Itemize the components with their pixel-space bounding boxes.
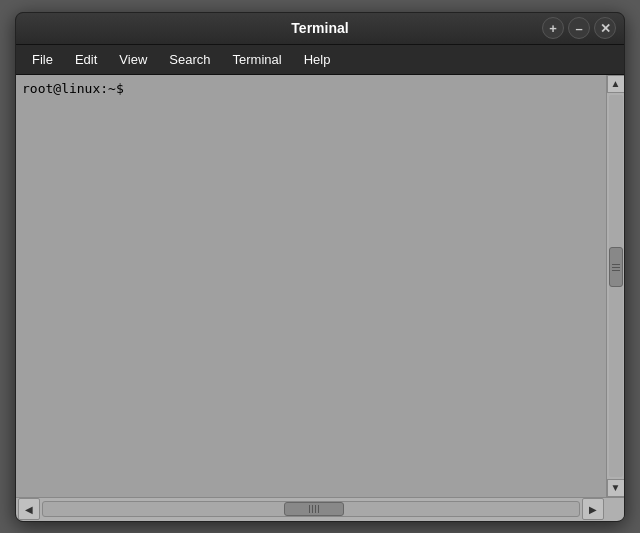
- h-grip-line-1: [309, 505, 310, 513]
- scroll-left-arrow[interactable]: ◀: [18, 498, 40, 520]
- scroll-v-thumb[interactable]: [609, 247, 623, 287]
- h-grip-line-2: [312, 505, 313, 513]
- scroll-h-track[interactable]: [42, 501, 580, 517]
- content-wrapper: root@linux:~$ ▲ ▼: [16, 75, 624, 497]
- menu-view[interactable]: View: [109, 48, 157, 71]
- scroll-down-arrow[interactable]: ▼: [607, 479, 625, 497]
- scroll-right-arrow[interactable]: ▶: [582, 498, 604, 520]
- menu-terminal[interactable]: Terminal: [223, 48, 292, 71]
- scroll-up-arrow[interactable]: ▲: [607, 75, 625, 93]
- minimize-button[interactable]: –: [568, 17, 590, 39]
- bottom-scrollbar-area: ◀ ▶: [16, 497, 624, 521]
- scroll-h-thumb[interactable]: [284, 502, 344, 516]
- h-grip-line-4: [318, 505, 319, 513]
- close-button[interactable]: ✕: [594, 17, 616, 39]
- scrollbar-corner: [606, 498, 624, 520]
- window-title: Terminal: [291, 20, 348, 36]
- terminal-prompt: root@linux:~$: [22, 81, 124, 96]
- window-controls: + – ✕: [542, 17, 616, 39]
- grip-line-3: [612, 270, 620, 271]
- vertical-scrollbar[interactable]: ▲ ▼: [606, 75, 624, 497]
- scroll-thumb-grip: [612, 264, 620, 271]
- menu-file[interactable]: File: [22, 48, 63, 71]
- scroll-v-track[interactable]: [609, 95, 623, 477]
- terminal-window: Terminal + – ✕ File Edit View Search Ter…: [15, 12, 625, 522]
- menu-search[interactable]: Search: [159, 48, 220, 71]
- h-grip-line-3: [315, 505, 316, 513]
- terminal-area[interactable]: root@linux:~$: [16, 75, 606, 497]
- grip-line-2: [612, 267, 620, 268]
- menubar: File Edit View Search Terminal Help: [16, 45, 624, 75]
- grip-line-1: [612, 264, 620, 265]
- menu-help[interactable]: Help: [294, 48, 341, 71]
- add-button[interactable]: +: [542, 17, 564, 39]
- menu-edit[interactable]: Edit: [65, 48, 107, 71]
- titlebar: Terminal + – ✕: [16, 13, 624, 45]
